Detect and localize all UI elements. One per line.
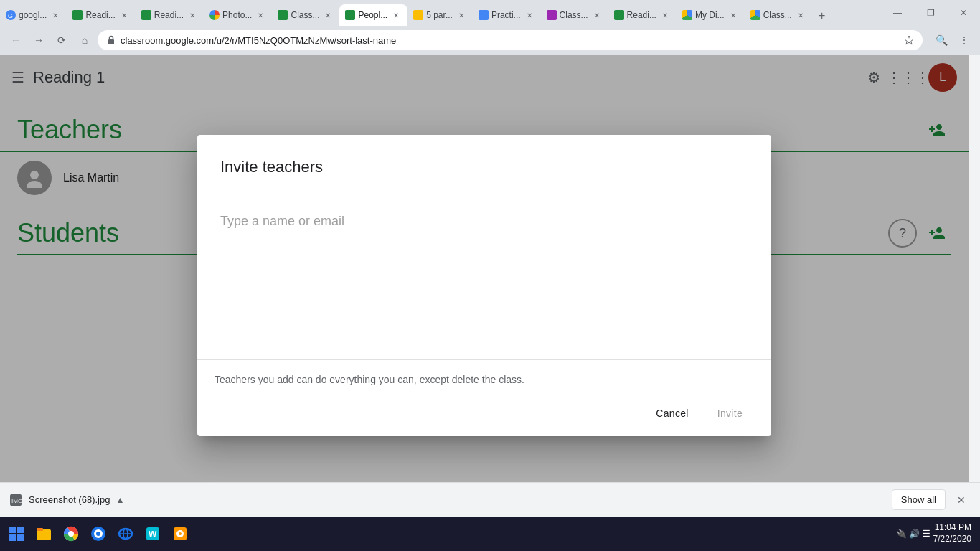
- svg-point-17: [96, 532, 100, 536]
- tab-photos[interactable]: Photo... ✕: [204, 4, 272, 26]
- dialog-info-text: Teachers you add can do everything you c…: [215, 372, 754, 387]
- folder-icon: [36, 526, 52, 542]
- download-chevron-icon[interactable]: ▲: [116, 495, 124, 505]
- svg-point-25: [179, 532, 182, 535]
- lock-icon: [106, 35, 116, 45]
- taskbar: W 🔌 🔊 ☰ 11:04 PM 7/22/2020: [0, 517, 980, 551]
- clock-time: 11:04 PM: [933, 522, 971, 534]
- svg-rect-10: [17, 534, 24, 541]
- tab-reading2-label: Readi...: [154, 10, 184, 20]
- app2-taskbar-button[interactable]: W: [139, 519, 166, 548]
- tab-people-label: Peopl...: [358, 10, 387, 20]
- tab-google-close[interactable]: ✕: [50, 9, 61, 21]
- svg-rect-12: [37, 528, 43, 531]
- tab-practice-label: Practi...: [491, 10, 521, 20]
- tab-classroom2-label: Class...: [560, 10, 588, 20]
- tab-reading1-close[interactable]: ✕: [118, 9, 130, 21]
- download-filename: Screenshot (68).jpg: [29, 494, 110, 505]
- more-options-icon[interactable]: ⋮: [954, 30, 974, 50]
- main-content: ☰ Reading 1 ⚙ ⋮⋮⋮ L Teachers Lisa Martin…: [0, 55, 980, 517]
- tab-classroom1-close[interactable]: ✕: [322, 9, 334, 21]
- dialog-input-area: [220, 211, 748, 235]
- back-button[interactable]: ←: [6, 30, 26, 50]
- tray-icons: 🔌 🔊 ☰: [896, 529, 930, 539]
- svg-rect-11: [37, 529, 51, 540]
- tab-classroom3[interactable]: Class... ✕: [745, 4, 812, 26]
- tab-bar: G googl... ✕ Readi... ✕ Readi... ✕ Photo…: [0, 0, 980, 26]
- minimize-button[interactable]: —: [881, 0, 914, 26]
- window-controls: — ❐ ✕: [881, 0, 980, 26]
- tab-reading3[interactable]: Readi... ✕: [608, 4, 677, 26]
- url-bar[interactable]: classroom.google.com/u/2/r/MTI5NzQ0OTMzN…: [98, 30, 923, 50]
- system-tray: 🔌 🔊 ☰ 11:04 PM 7/22/2020: [890, 522, 977, 545]
- tab-classroom3-close[interactable]: ✕: [795, 9, 806, 21]
- modal-overlay: Invite teachers Teachers you add can do …: [0, 55, 969, 517]
- tab-5para-label: 5 par...: [426, 10, 453, 20]
- teacher-email-input[interactable]: [220, 211, 748, 232]
- app3-taskbar-button[interactable]: [166, 519, 194, 548]
- browser2-icon: [90, 526, 106, 542]
- dialog-actions: Cancel Invite: [215, 402, 754, 425]
- dialog-top: Invite teachers: [197, 135, 771, 359]
- tab-classroom2-close[interactable]: ✕: [591, 9, 603, 21]
- download-bar-close-button[interactable]: ✕: [951, 490, 971, 510]
- svg-rect-8: [17, 527, 24, 533]
- show-all-button[interactable]: Show all: [892, 489, 946, 510]
- tab-classroom3-label: Class...: [763, 10, 792, 20]
- tab-people-close[interactable]: ✕: [390, 9, 402, 21]
- tab-reading2-close[interactable]: ✕: [187, 9, 198, 21]
- tab-mydrive[interactable]: My Di... ✕: [677, 4, 745, 26]
- tab-reading1[interactable]: Readi... ✕: [67, 4, 135, 26]
- tab-5para-close[interactable]: ✕: [456, 9, 467, 21]
- ie-taskbar-button[interactable]: [112, 519, 139, 548]
- home-button[interactable]: ⌂: [75, 30, 95, 50]
- svg-rect-7: [9, 527, 16, 533]
- app3-icon: [172, 526, 188, 542]
- browser2-taskbar-button[interactable]: [85, 519, 112, 548]
- download-bar: IMG Screenshot (68).jpg ▲ Show all ✕: [0, 482, 980, 517]
- search-icon[interactable]: 🔍: [931, 30, 951, 50]
- tab-photos-label: Photo...: [222, 10, 252, 20]
- address-bar: ← → ⟳ ⌂ classroom.google.com/u/2/r/MTI5N…: [0, 26, 980, 55]
- svg-rect-1: [108, 39, 114, 44]
- reload-button[interactable]: ⟳: [52, 30, 72, 50]
- svg-marker-2: [905, 36, 914, 44]
- svg-text:IMG: IMG: [11, 498, 22, 504]
- new-tab-button[interactable]: +: [812, 6, 832, 26]
- input-underline: [220, 235, 748, 235]
- svg-text:G: G: [8, 12, 13, 19]
- tab-classroom1-label: Class...: [291, 10, 319, 20]
- tab-reading3-close[interactable]: ✕: [659, 9, 671, 21]
- tab-google[interactable]: G googl... ✕: [0, 4, 67, 26]
- close-window-button[interactable]: ✕: [947, 0, 980, 26]
- forward-button[interactable]: →: [29, 30, 49, 50]
- chrome-taskbar-button[interactable]: [57, 519, 85, 548]
- tab-reading3-label: Readi...: [627, 10, 656, 20]
- svg-rect-9: [9, 534, 16, 541]
- file-manager-button[interactable]: [30, 519, 57, 548]
- tab-practice[interactable]: Practi... ✕: [473, 4, 541, 26]
- tab-photos-close[interactable]: ✕: [255, 9, 266, 21]
- tab-reading2[interactable]: Readi... ✕: [136, 4, 204, 26]
- svg-point-14: [68, 531, 74, 537]
- star-icon[interactable]: [904, 35, 914, 45]
- tab-mydrive-close[interactable]: ✕: [727, 9, 739, 21]
- tab-5para[interactable]: 5 par... ✕: [407, 4, 473, 26]
- dialog-bottom: Teachers you add can do everything you c…: [197, 360, 771, 436]
- invite-button: Invite: [706, 402, 754, 425]
- invite-teachers-dialog: Invite teachers Teachers you add can do …: [197, 135, 771, 436]
- app2-icon: W: [145, 526, 161, 542]
- svg-text:W: W: [149, 529, 157, 540]
- windows-icon: [9, 526, 24, 542]
- tab-classroom1[interactable]: Class... ✕: [272, 4, 339, 26]
- chrome-icon: [63, 526, 79, 542]
- scrollbar[interactable]: [969, 55, 980, 517]
- system-clock: 11:04 PM 7/22/2020: [933, 522, 971, 545]
- tab-practice-close[interactable]: ✕: [524, 9, 535, 21]
- maximize-button[interactable]: ❐: [914, 0, 947, 26]
- tab-people[interactable]: Peopl... ✕: [339, 4, 407, 26]
- tab-google-label: googl...: [19, 10, 47, 20]
- cancel-button[interactable]: Cancel: [644, 402, 699, 425]
- tab-classroom2[interactable]: Class... ✕: [541, 4, 608, 26]
- start-button[interactable]: [3, 519, 30, 548]
